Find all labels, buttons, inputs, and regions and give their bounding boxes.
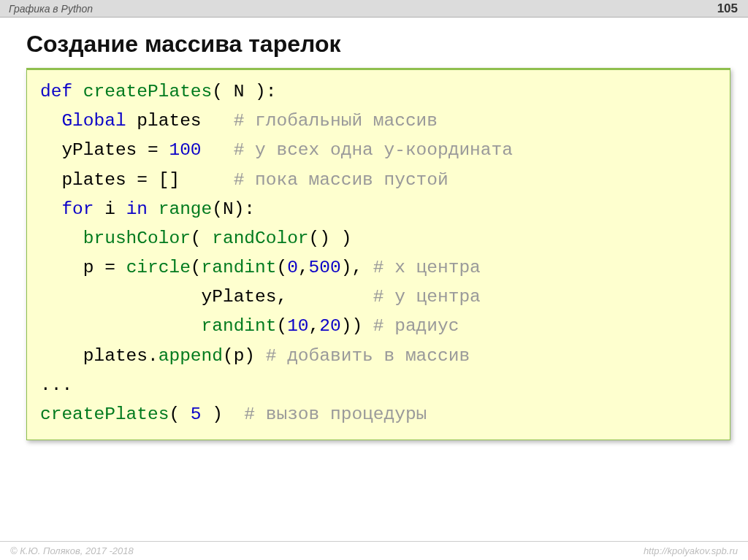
func-name: createPlates [83, 82, 212, 101]
slide: Графика в Python 105 Создание массива та… [0, 0, 748, 560]
fn-randint: randint [202, 316, 277, 336]
fn-append: append [159, 346, 223, 366]
fn-circle: circle [126, 258, 191, 277]
assign-yplates: yPlates = [61, 140, 169, 160]
fn-randint: randint [202, 258, 277, 277]
assign-p: p = [83, 258, 126, 277]
comment: # пока массив пустой [234, 170, 449, 190]
fn-randcolor: randColor [212, 229, 308, 248]
ellipsis: ... [40, 375, 72, 395]
fn-createplates: createPlates [40, 404, 169, 424]
fn-brushcolor: brushColor [83, 229, 191, 248]
copyright: © К.Ю. Поляков, 2017 -2018 [10, 545, 134, 556]
func-args: ( N ): [212, 82, 276, 101]
assign-plates: plates = [] [61, 170, 180, 190]
code-block: def createPlates( N ): Global plates # г… [26, 68, 730, 440]
plates-dot: plates. [83, 346, 159, 366]
header-topic: Графика в Python [9, 3, 93, 15]
comment: # радиус [373, 316, 459, 336]
num-100: 100 [169, 140, 201, 160]
comment: # y центра [373, 287, 481, 307]
comment: # глобальный массив [234, 111, 438, 131]
var-plates: plates [137, 111, 201, 131]
comment: # x центра [373, 258, 481, 277]
arg-yplates: yPlates, [202, 287, 288, 307]
kw-in: in [126, 199, 148, 219]
fn-range: range [148, 199, 212, 219]
page-number: 105 [717, 1, 738, 16]
kw-global: Global [61, 111, 126, 131]
comment: # добавить в массив [266, 346, 470, 366]
footer: © К.Ю. Поляков, 2017 -2018 http://kpolya… [0, 541, 748, 560]
kw-for: for [61, 199, 94, 219]
kw-def: def [40, 82, 72, 101]
comment: # у всех одна y-координата [234, 140, 513, 160]
slide-title: Создание массива тарелок [26, 31, 748, 58]
header-bar: Графика в Python 105 [0, 0, 748, 18]
comment: # вызов процедуры [244, 404, 427, 424]
footer-url: http://kpolyakov.spb.ru [644, 545, 738, 556]
